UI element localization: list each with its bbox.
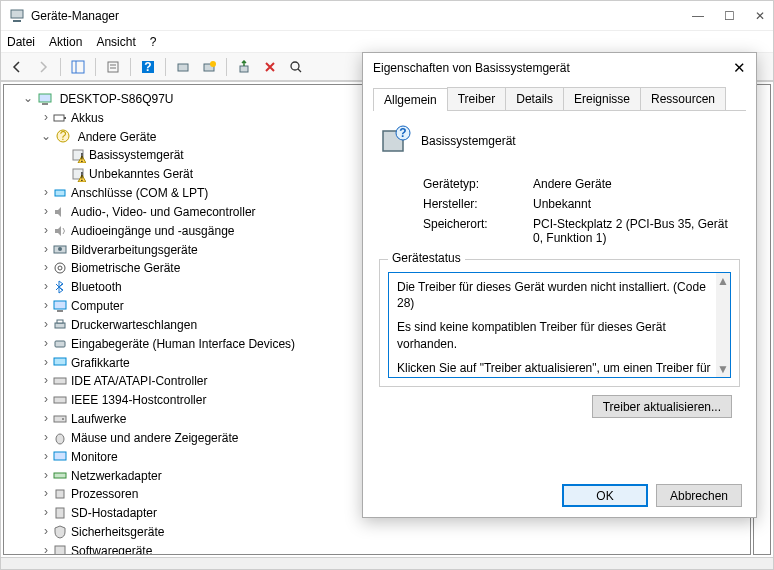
tree-item[interactable]: SD-Hostadapter	[71, 506, 157, 520]
device-status-group: Gerätestatus Die Treiber für dieses Gerä…	[379, 259, 740, 387]
svg-point-42	[56, 434, 64, 444]
cancel-button[interactable]: Abbrechen	[656, 484, 742, 507]
show-hide-tree-button[interactable]	[66, 56, 90, 78]
expander-icon[interactable]: ›	[40, 277, 52, 295]
menu-file[interactable]: Datei	[7, 35, 35, 49]
svg-rect-1	[13, 20, 21, 22]
expander-icon[interactable]: ›	[40, 484, 52, 502]
minimize-button[interactable]: —	[692, 9, 704, 23]
tab-events[interactable]: Ereignisse	[563, 87, 641, 110]
expander-icon[interactable]: ›	[40, 296, 52, 314]
expander-icon[interactable]: ›	[40, 202, 52, 220]
device-large-icon: ?	[379, 125, 411, 157]
expander-icon[interactable]: ›	[40, 466, 52, 484]
svg-line-14	[298, 69, 301, 72]
scan-hardware-button[interactable]	[171, 56, 195, 78]
tree-item[interactable]: Mäuse und andere Zeigegeräte	[71, 431, 238, 445]
svg-text:?: ?	[60, 129, 67, 143]
tree-item[interactable]: Akkus	[71, 111, 104, 125]
tab-details[interactable]: Details	[505, 87, 564, 110]
tree-item[interactable]: Bildverarbeitungsgeräte	[71, 242, 198, 256]
expander-icon[interactable]: ›	[40, 353, 52, 371]
scroll-up-icon[interactable]: ▲	[717, 273, 729, 289]
expander-icon[interactable]: ›	[40, 334, 52, 352]
ieee1394-icon	[52, 392, 68, 408]
computer-icon	[37, 91, 53, 107]
update-driver-button[interactable]: Treiber aktualisieren...	[592, 395, 732, 418]
menu-help[interactable]: ?	[150, 35, 157, 49]
device-status-text[interactable]: Die Treiber für dieses Gerät wurden nich…	[388, 272, 731, 378]
svg-rect-18	[64, 117, 66, 119]
tree-item[interactable]: Bluetooth	[71, 280, 122, 294]
tree-item[interactable]: Netzwerkadapter	[71, 468, 162, 482]
forward-button[interactable]	[31, 56, 55, 78]
tab-general[interactable]: Allgemein	[373, 88, 448, 111]
refresh-button[interactable]	[284, 56, 308, 78]
expander-icon[interactable]: ›	[40, 258, 52, 276]
expander-icon[interactable]: ›	[40, 428, 52, 446]
expander-icon[interactable]: ›	[40, 371, 52, 389]
svg-rect-4	[108, 62, 118, 72]
tree-item[interactable]: IDE ATA/ATAPI-Controller	[71, 374, 207, 388]
expander-icon[interactable]: ›	[40, 221, 52, 239]
dialog-close-button[interactable]: ✕	[733, 59, 746, 77]
ok-button[interactable]: OK	[562, 484, 648, 507]
menu-view[interactable]: Ansicht	[96, 35, 135, 49]
expander-icon[interactable]: ›	[40, 240, 52, 258]
tree-item[interactable]: Andere Geräte	[78, 129, 157, 143]
tree-item[interactable]: Audioeingänge und -ausgänge	[71, 224, 234, 238]
expander-icon[interactable]: ›	[40, 315, 52, 333]
maximize-button[interactable]: ☐	[724, 9, 735, 23]
scrollbar[interactable]: ▲▼	[716, 273, 730, 377]
hid-icon	[52, 336, 68, 352]
properties-button[interactable]	[101, 56, 125, 78]
tree-item[interactable]: Biometrische Geräte	[71, 261, 180, 275]
expander-icon[interactable]: ›	[40, 447, 52, 465]
expander-icon[interactable]: ›	[40, 541, 52, 555]
uninstall-device-button[interactable]	[258, 56, 282, 78]
location-value: PCI-Steckplatz 2 (PCI-Bus 35, Gerät 0, F…	[533, 217, 740, 245]
toolbar-separator	[226, 58, 227, 76]
expander-icon[interactable]: ›	[40, 183, 52, 201]
expander-icon[interactable]: ›	[40, 522, 52, 540]
tree-item[interactable]: Eingabegeräte (Human Interface Devices)	[71, 337, 295, 351]
tree-item[interactable]: Computer	[71, 299, 124, 313]
tree-item[interactable]: Druckerwarteschlangen	[71, 318, 197, 332]
scan-hardware-changes-button[interactable]	[197, 56, 221, 78]
expander-icon[interactable]: ⌄	[40, 127, 52, 145]
expander-icon[interactable]: ⌄	[22, 89, 34, 107]
tab-resources[interactable]: Ressourcen	[640, 87, 726, 110]
update-driver-button[interactable]	[232, 56, 256, 78]
svg-text:!: !	[80, 170, 83, 182]
tree-item[interactable]: Unbekanntes Gerät	[89, 167, 193, 181]
tab-driver[interactable]: Treiber	[447, 87, 507, 110]
expander-icon[interactable]: ›	[40, 409, 52, 427]
tree-item[interactable]: Prozessoren	[71, 487, 138, 501]
expander-icon[interactable]: ›	[40, 108, 52, 126]
tree-item[interactable]: Grafikkarte	[71, 355, 130, 369]
dialog-title: Eigenschaften von Basissystemgerät	[373, 61, 733, 75]
computer-icon	[52, 298, 68, 314]
tree-root[interactable]: DESKTOP-S86Q97U	[60, 92, 174, 106]
dialog-titlebar: Eigenschaften von Basissystemgerät ✕	[363, 53, 756, 83]
tree-item[interactable]: Laufwerke	[71, 412, 126, 426]
tree-item-basissystem[interactable]: Basissystemgerät	[89, 148, 184, 162]
scroll-down-icon[interactable]: ▼	[717, 361, 729, 377]
tree-item[interactable]: Monitore	[71, 450, 118, 464]
tree-item[interactable]: Audio-, Video- und Gamecontroller	[71, 205, 256, 219]
menu-action[interactable]: Aktion	[49, 35, 82, 49]
tree-item[interactable]: Sicherheitsgeräte	[71, 525, 164, 539]
back-button[interactable]	[5, 56, 29, 78]
tree-item[interactable]: Anschlüsse (COM & LPT)	[71, 186, 208, 200]
tree-item[interactable]: IEEE 1394-Hostcontroller	[71, 393, 206, 407]
device-manager-icon	[9, 8, 25, 24]
tree-item[interactable]: Softwaregeräte	[71, 544, 152, 555]
svg-point-29	[58, 247, 62, 251]
help-button[interactable]: ?	[136, 56, 160, 78]
window-controls: — ☐ ✕	[692, 9, 765, 23]
svg-point-41	[62, 418, 64, 420]
expander-icon[interactable]: ›	[40, 390, 52, 408]
svg-rect-45	[56, 490, 64, 498]
expander-icon[interactable]: ›	[40, 503, 52, 521]
close-button[interactable]: ✕	[755, 9, 765, 23]
